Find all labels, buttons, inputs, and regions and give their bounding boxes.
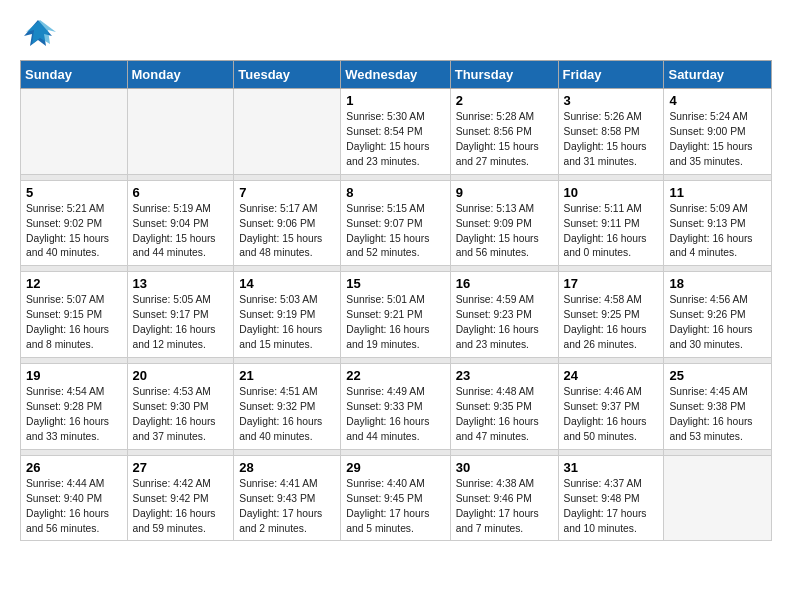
day-number: 21 xyxy=(239,368,335,383)
weekday-row: SundayMondayTuesdayWednesdayThursdayFrid… xyxy=(21,61,772,89)
day-detail: Sunrise: 4:58 AM Sunset: 9:25 PM Dayligh… xyxy=(564,293,659,353)
calendar-day-cell: 3Sunrise: 5:26 AM Sunset: 8:58 PM Daylig… xyxy=(558,89,664,175)
day-detail: Sunrise: 4:54 AM Sunset: 9:28 PM Dayligh… xyxy=(26,385,122,445)
calendar-day-cell: 20Sunrise: 4:53 AM Sunset: 9:30 PM Dayli… xyxy=(127,364,234,450)
day-detail: Sunrise: 4:46 AM Sunset: 9:37 PM Dayligh… xyxy=(564,385,659,445)
calendar-day-cell: 21Sunrise: 4:51 AM Sunset: 9:32 PM Dayli… xyxy=(234,364,341,450)
calendar-day-cell: 17Sunrise: 4:58 AM Sunset: 9:25 PM Dayli… xyxy=(558,272,664,358)
calendar-week-row: 1Sunrise: 5:30 AM Sunset: 8:54 PM Daylig… xyxy=(21,89,772,175)
day-number: 13 xyxy=(133,276,229,291)
calendar-day-cell: 22Sunrise: 4:49 AM Sunset: 9:33 PM Dayli… xyxy=(341,364,450,450)
day-number: 3 xyxy=(564,93,659,108)
day-detail: Sunrise: 5:15 AM Sunset: 9:07 PM Dayligh… xyxy=(346,202,444,262)
logo-bird-icon xyxy=(20,16,56,52)
day-number: 24 xyxy=(564,368,659,383)
day-number: 8 xyxy=(346,185,444,200)
day-number: 25 xyxy=(669,368,766,383)
day-number: 17 xyxy=(564,276,659,291)
weekday-header: Saturday xyxy=(664,61,772,89)
day-number: 4 xyxy=(669,93,766,108)
day-detail: Sunrise: 4:41 AM Sunset: 9:43 PM Dayligh… xyxy=(239,477,335,537)
weekday-header: Wednesday xyxy=(341,61,450,89)
day-number: 12 xyxy=(26,276,122,291)
day-detail: Sunrise: 5:19 AM Sunset: 9:04 PM Dayligh… xyxy=(133,202,229,262)
calendar-day-cell: 25Sunrise: 4:45 AM Sunset: 9:38 PM Dayli… xyxy=(664,364,772,450)
calendar-day-cell: 2Sunrise: 5:28 AM Sunset: 8:56 PM Daylig… xyxy=(450,89,558,175)
calendar-day-cell: 10Sunrise: 5:11 AM Sunset: 9:11 PM Dayli… xyxy=(558,180,664,266)
calendar-day-cell: 29Sunrise: 4:40 AM Sunset: 9:45 PM Dayli… xyxy=(341,455,450,541)
day-number: 23 xyxy=(456,368,553,383)
day-detail: Sunrise: 4:40 AM Sunset: 9:45 PM Dayligh… xyxy=(346,477,444,537)
day-detail: Sunrise: 4:37 AM Sunset: 9:48 PM Dayligh… xyxy=(564,477,659,537)
calendar-day-cell xyxy=(127,89,234,175)
day-number: 14 xyxy=(239,276,335,291)
day-detail: Sunrise: 4:45 AM Sunset: 9:38 PM Dayligh… xyxy=(669,385,766,445)
day-detail: Sunrise: 4:56 AM Sunset: 9:26 PM Dayligh… xyxy=(669,293,766,353)
calendar-day-cell: 27Sunrise: 4:42 AM Sunset: 9:42 PM Dayli… xyxy=(127,455,234,541)
day-detail: Sunrise: 5:09 AM Sunset: 9:13 PM Dayligh… xyxy=(669,202,766,262)
calendar-day-cell xyxy=(234,89,341,175)
day-detail: Sunrise: 4:49 AM Sunset: 9:33 PM Dayligh… xyxy=(346,385,444,445)
day-number: 27 xyxy=(133,460,229,475)
calendar-day-cell: 12Sunrise: 5:07 AM Sunset: 9:15 PM Dayli… xyxy=(21,272,128,358)
day-detail: Sunrise: 4:44 AM Sunset: 9:40 PM Dayligh… xyxy=(26,477,122,537)
calendar-day-cell: 8Sunrise: 5:15 AM Sunset: 9:07 PM Daylig… xyxy=(341,180,450,266)
day-detail: Sunrise: 5:07 AM Sunset: 9:15 PM Dayligh… xyxy=(26,293,122,353)
calendar-day-cell: 16Sunrise: 4:59 AM Sunset: 9:23 PM Dayli… xyxy=(450,272,558,358)
day-number: 5 xyxy=(26,185,122,200)
calendar-header: SundayMondayTuesdayWednesdayThursdayFrid… xyxy=(21,61,772,89)
day-detail: Sunrise: 5:26 AM Sunset: 8:58 PM Dayligh… xyxy=(564,110,659,170)
calendar-day-cell xyxy=(664,455,772,541)
day-number: 20 xyxy=(133,368,229,383)
page: SundayMondayTuesdayWednesdayThursdayFrid… xyxy=(0,0,792,561)
weekday-header: Sunday xyxy=(21,61,128,89)
day-detail: Sunrise: 5:17 AM Sunset: 9:06 PM Dayligh… xyxy=(239,202,335,262)
calendar-day-cell: 6Sunrise: 5:19 AM Sunset: 9:04 PM Daylig… xyxy=(127,180,234,266)
day-number: 28 xyxy=(239,460,335,475)
day-detail: Sunrise: 5:05 AM Sunset: 9:17 PM Dayligh… xyxy=(133,293,229,353)
calendar-day-cell: 9Sunrise: 5:13 AM Sunset: 9:09 PM Daylig… xyxy=(450,180,558,266)
day-detail: Sunrise: 5:28 AM Sunset: 8:56 PM Dayligh… xyxy=(456,110,553,170)
calendar-week-row: 19Sunrise: 4:54 AM Sunset: 9:28 PM Dayli… xyxy=(21,364,772,450)
calendar-day-cell: 14Sunrise: 5:03 AM Sunset: 9:19 PM Dayli… xyxy=(234,272,341,358)
day-number: 11 xyxy=(669,185,766,200)
day-number: 1 xyxy=(346,93,444,108)
calendar-week-row: 12Sunrise: 5:07 AM Sunset: 9:15 PM Dayli… xyxy=(21,272,772,358)
calendar-table: SundayMondayTuesdayWednesdayThursdayFrid… xyxy=(20,60,772,541)
day-detail: Sunrise: 4:59 AM Sunset: 9:23 PM Dayligh… xyxy=(456,293,553,353)
day-number: 31 xyxy=(564,460,659,475)
calendar-day-cell: 7Sunrise: 5:17 AM Sunset: 9:06 PM Daylig… xyxy=(234,180,341,266)
calendar-day-cell: 31Sunrise: 4:37 AM Sunset: 9:48 PM Dayli… xyxy=(558,455,664,541)
calendar-day-cell: 28Sunrise: 4:41 AM Sunset: 9:43 PM Dayli… xyxy=(234,455,341,541)
day-detail: Sunrise: 4:38 AM Sunset: 9:46 PM Dayligh… xyxy=(456,477,553,537)
day-number: 7 xyxy=(239,185,335,200)
weekday-header: Friday xyxy=(558,61,664,89)
day-detail: Sunrise: 5:13 AM Sunset: 9:09 PM Dayligh… xyxy=(456,202,553,262)
calendar-week-row: 26Sunrise: 4:44 AM Sunset: 9:40 PM Dayli… xyxy=(21,455,772,541)
day-detail: Sunrise: 4:53 AM Sunset: 9:30 PM Dayligh… xyxy=(133,385,229,445)
day-number: 16 xyxy=(456,276,553,291)
day-detail: Sunrise: 5:30 AM Sunset: 8:54 PM Dayligh… xyxy=(346,110,444,170)
day-number: 26 xyxy=(26,460,122,475)
day-number: 2 xyxy=(456,93,553,108)
day-number: 10 xyxy=(564,185,659,200)
weekday-header: Tuesday xyxy=(234,61,341,89)
calendar-day-cell: 11Sunrise: 5:09 AM Sunset: 9:13 PM Dayli… xyxy=(664,180,772,266)
calendar-week-row: 5Sunrise: 5:21 AM Sunset: 9:02 PM Daylig… xyxy=(21,180,772,266)
calendar-day-cell: 24Sunrise: 4:46 AM Sunset: 9:37 PM Dayli… xyxy=(558,364,664,450)
day-detail: Sunrise: 4:42 AM Sunset: 9:42 PM Dayligh… xyxy=(133,477,229,537)
day-detail: Sunrise: 5:24 AM Sunset: 9:00 PM Dayligh… xyxy=(669,110,766,170)
day-number: 6 xyxy=(133,185,229,200)
day-detail: Sunrise: 5:11 AM Sunset: 9:11 PM Dayligh… xyxy=(564,202,659,262)
day-number: 9 xyxy=(456,185,553,200)
day-detail: Sunrise: 4:48 AM Sunset: 9:35 PM Dayligh… xyxy=(456,385,553,445)
calendar-body: 1Sunrise: 5:30 AM Sunset: 8:54 PM Daylig… xyxy=(21,89,772,541)
calendar-day-cell: 15Sunrise: 5:01 AM Sunset: 9:21 PM Dayli… xyxy=(341,272,450,358)
day-detail: Sunrise: 5:01 AM Sunset: 9:21 PM Dayligh… xyxy=(346,293,444,353)
day-detail: Sunrise: 4:51 AM Sunset: 9:32 PM Dayligh… xyxy=(239,385,335,445)
day-number: 18 xyxy=(669,276,766,291)
calendar-day-cell: 30Sunrise: 4:38 AM Sunset: 9:46 PM Dayli… xyxy=(450,455,558,541)
day-number: 30 xyxy=(456,460,553,475)
calendar-day-cell: 5Sunrise: 5:21 AM Sunset: 9:02 PM Daylig… xyxy=(21,180,128,266)
calendar-day-cell: 18Sunrise: 4:56 AM Sunset: 9:26 PM Dayli… xyxy=(664,272,772,358)
